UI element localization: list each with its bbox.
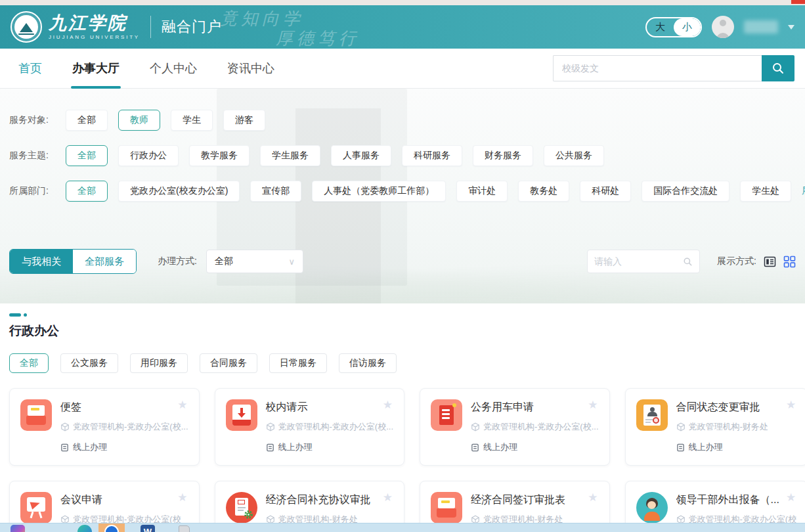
service-mode: 线上办理 (60, 441, 188, 453)
subfilter-official-docs[interactable]: 公文服务 (60, 353, 118, 373)
nav-item-home[interactable]: 首页 (18, 49, 42, 89)
list-view-icon[interactable] (764, 255, 776, 268)
contract-gear-icon (226, 492, 257, 523)
font-size-toggle[interactable]: 大 小 (645, 17, 702, 37)
tab-all-services[interactable]: 全部服务 (73, 250, 136, 273)
section-decoration (9, 313, 797, 317)
decor-dot (24, 313, 27, 317)
filter-label: 所属部门: (9, 185, 66, 197)
filter-chip-student[interactable]: 学生 (171, 110, 213, 131)
search-button[interactable] (762, 55, 794, 81)
theme-chip-public[interactable]: 公共服务 (544, 145, 604, 166)
favorite-star-icon[interactable]: ★ (383, 398, 393, 412)
filter-chip-guest[interactable]: 游客 (223, 110, 265, 131)
portal-title: 融合门户 (162, 17, 222, 37)
expand-departments-link[interactable]: 展开 ∨ (802, 185, 805, 197)
seal-wave-shape (18, 33, 34, 35)
favorite-star-icon[interactable]: ★ (588, 491, 598, 504)
avatar-person-icon (720, 20, 726, 26)
book-icon (266, 443, 274, 452)
theme-chip-all[interactable]: 全部 (66, 145, 108, 166)
service-scope-tabs: 与我相关 全部服务 (9, 249, 137, 274)
service-card[interactable]: ★ 公务用车申请 党政管理机构-党政办公室(校... 线上办理 (420, 388, 610, 466)
service-department: 党政管理机构-财务处 (676, 421, 768, 433)
favorite-star-icon[interactable]: ★ (383, 491, 393, 504)
font-size-small-button[interactable]: 小 (674, 18, 701, 36)
service-title: 经济合同签订审批表 (471, 492, 565, 508)
user-menu-chevron-icon[interactable] (788, 25, 794, 33)
windows-taskbar: W (0, 523, 805, 532)
favorite-star-icon[interactable]: ★ (786, 398, 796, 412)
red-document-icon (431, 399, 462, 431)
global-search (553, 55, 794, 81)
taskbar-photos-icon[interactable] (11, 525, 25, 532)
search-icon (683, 257, 693, 267)
username-redacted[interactable] (744, 20, 778, 33)
service-search-input[interactable] (594, 256, 683, 267)
theme-chip-student[interactable]: 学生服务 (260, 145, 320, 166)
cube-icon (676, 422, 685, 432)
subfilter-all[interactable]: 全部 (9, 353, 49, 373)
service-card[interactable]: ★ 便签 党政管理机构-党政办公室(校... 线上办理 (9, 388, 200, 466)
cube-icon (60, 422, 70, 432)
service-title: 便签 (60, 399, 188, 415)
user-avatar[interactable] (712, 16, 734, 38)
book-icon (60, 443, 69, 452)
subfilter-row: 全部 公文服务 用印服务 合同服务 日常服务 信访服务 (9, 353, 797, 373)
filter-chip-teacher[interactable]: 教师 (118, 110, 160, 131)
tab-related-to-me[interactable]: 与我相关 (10, 250, 73, 273)
person-avatar-icon (636, 492, 668, 523)
taskbar-edge-icon[interactable] (77, 525, 92, 532)
dept-chip-audit[interactable]: 审计处 (456, 181, 508, 202)
nav-item-personal-center[interactable]: 个人中心 (150, 49, 197, 89)
mode-select[interactable]: 全部 ∨ (206, 250, 303, 273)
service-mode: 线上办理 (676, 441, 797, 453)
favorite-star-icon[interactable]: ★ (177, 491, 187, 504)
dept-chip-student-affairs[interactable]: 学生处 (740, 181, 791, 202)
global-search-input[interactable] (553, 55, 762, 81)
nav-item-service-hall[interactable]: 办事大厅 (72, 49, 120, 89)
favorite-star-icon[interactable]: ★ (177, 398, 187, 412)
font-size-large-button[interactable]: 大 (647, 21, 674, 33)
favorite-star-icon[interactable]: ★ (786, 491, 796, 504)
services-section: 行政办公 全部 公文服务 用印服务 合同服务 日常服务 信访服务 ★ 便签 党政… (0, 303, 805, 532)
service-card[interactable]: ★ 校内请示 党政管理机构-党政办公室(校... 线上办理 (215, 388, 405, 466)
dept-chip-research[interactable]: 科研处 (580, 181, 631, 202)
university-logo-icon (11, 11, 42, 43)
header-right-group: 大 小 (645, 16, 794, 38)
dept-chip-publicity[interactable]: 宣传部 (250, 181, 301, 202)
dept-chip-international[interactable]: 国际合作交流处 (642, 181, 729, 202)
subfilter-contract[interactable]: 合同服务 (200, 353, 257, 373)
filter-label: 服务对象: (9, 114, 66, 126)
dept-chip-hr-office[interactable]: 人事处（党委教师工作部） (312, 181, 446, 202)
theme-chip-admin[interactable]: 行政办公 (118, 145, 179, 166)
theme-chip-hr[interactable]: 人事服务 (331, 145, 391, 166)
service-mode: 线上办理 (266, 441, 394, 453)
dept-chip-academic[interactable]: 教务处 (518, 181, 569, 202)
theme-chip-teaching[interactable]: 教学服务 (189, 145, 250, 166)
theme-chip-finance[interactable]: 财务服务 (473, 145, 533, 166)
filter-chip-all[interactable]: 全部 (66, 110, 108, 131)
favorite-star-icon[interactable]: ★ (588, 398, 598, 412)
seal-mountain-shape (20, 23, 33, 32)
subfilter-seal[interactable]: 用印服务 (130, 353, 188, 373)
taskbar-file-icon[interactable] (179, 525, 190, 532)
university-seal (14, 15, 38, 39)
section-title: 行政办公 (9, 322, 797, 340)
university-wordmark: 九江学院 JIUJIANG UNIVERSITY (49, 14, 140, 40)
service-department: 党政管理机构-党政办公室(校... (60, 421, 188, 433)
nav-item-news-center[interactable]: 资讯中心 (227, 49, 274, 89)
subfilter-petition[interactable]: 信访服务 (339, 353, 397, 373)
book-icon (471, 443, 479, 452)
service-title: 校内请示 (266, 399, 394, 415)
header-divider (150, 16, 151, 38)
memo-briefcase-icon (431, 492, 462, 523)
motto-watermark: 竟知向学 厚德笃行 (220, 9, 360, 49)
subfilter-daily[interactable]: 日常服务 (269, 353, 327, 373)
theme-chip-research[interactable]: 科研服务 (402, 145, 462, 166)
service-card[interactable]: ★ 合同状态变更审批 党政管理机构-财务处 线上办理 (625, 388, 805, 466)
taskbar-word-icon[interactable]: W (141, 525, 155, 532)
grid-view-icon[interactable] (783, 255, 796, 268)
dept-chip-all[interactable]: 全部 (66, 181, 108, 202)
dept-chip-party-office[interactable]: 党政办公室(校友办公室) (118, 181, 240, 202)
